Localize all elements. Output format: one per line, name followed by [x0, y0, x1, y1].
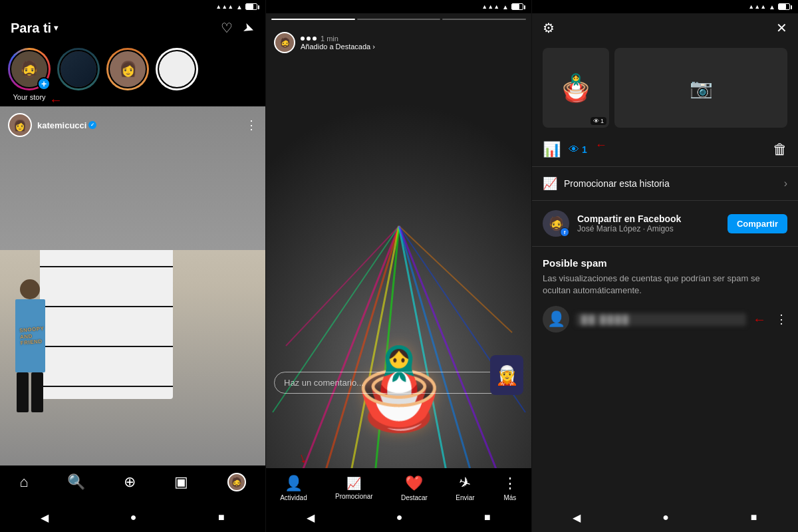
notifications-icon[interactable]: ♡ [221, 20, 233, 36]
story3-avatar-wrap: 👩 [106, 48, 149, 90]
action-activity[interactable]: 👤 Actividad [280, 475, 307, 501]
story3-ring: 👩 [106, 48, 149, 90]
nav-home[interactable]: ⌂ [19, 473, 28, 491]
panel-feed: ▲▲▲ ▲ Para ti ▾ ♡ ➤ 🧔 + [0, 0, 266, 532]
thumbnail-view-count: 👁 1 [591, 117, 606, 125]
action-highlight[interactable]: ❤️ Destacar [401, 475, 428, 501]
story3-avatar: 👩 [108, 50, 147, 88]
story-thumbnail-area: 🪆 👁 1 📷 [532, 43, 798, 133]
story-item-yours[interactable]: 🧔 + Your story ← [8, 48, 51, 101]
spam-user-avatar: 👤 [543, 306, 569, 332]
share-facebook-row: 🧔 f Compartir en Facebook José María Lóp… [532, 201, 798, 247]
story-item-4[interactable] [156, 48, 198, 93]
story-mini-character: 🧝 [490, 355, 523, 395]
story-time: 1 min [321, 35, 338, 43]
nav-search[interactable]: 🔍 [67, 473, 85, 491]
details-spacer [532, 343, 798, 505]
verified-badge: ✓ [88, 121, 96, 129]
story2-avatar-wrap [57, 48, 100, 90]
promote-text: Promocionar esta historia [564, 178, 670, 189]
header-icons: ♡ ➤ [221, 20, 255, 36]
share-fb-info: Compartir en Facebook José María López ·… [577, 213, 720, 233]
battery-icon-3 [778, 3, 790, 10]
android-recent-2[interactable]: ■ [484, 511, 491, 523]
progress-bar-3 [442, 19, 526, 20]
post-image-bg: SNOOPYANDFRIEND [0, 106, 265, 466]
nav-reels[interactable]: ▣ [174, 473, 188, 491]
story3-face: 👩 [110, 51, 146, 87]
activity-icon: 👤 [285, 475, 303, 492]
nav-add[interactable]: ⊕ [124, 473, 136, 491]
stats-row: 📊 👁 1 ← 🗑 [532, 133, 798, 166]
comment-input[interactable]: Haz un comentario... [274, 372, 523, 394]
story2-avatar [59, 50, 98, 88]
android-back-2[interactable]: ◀ [307, 511, 315, 524]
red-arrow-1: ← [49, 92, 63, 106]
spam-username-area: ██ ████ [576, 313, 746, 326]
gear-settings-icon[interactable]: ⚙ [543, 20, 555, 36]
promote-chevron: › [784, 178, 787, 190]
spam-more-dots[interactable]: ⋮ [775, 312, 787, 327]
action-send[interactable]: ✈ Enviar [456, 475, 474, 501]
post-user-avatar: 👩 [8, 113, 32, 137]
signal-icon-2: ▲▲▲ [481, 3, 499, 10]
promote-left-group: 📈 Promocionar esta historia [543, 176, 670, 191]
story-thumbnail[interactable]: 🪆 👁 1 [543, 48, 609, 128]
battery-icon-2 [511, 3, 523, 10]
action-promote[interactable]: 📈 Promocionar [335, 476, 373, 500]
bottom-nav-1: ⌂ 🔍 ⊕ ▣ 🧔 [0, 466, 265, 505]
view-count-number: 1 [582, 144, 587, 155]
story2-face [61, 51, 96, 87]
android-home-3[interactable]: ● [662, 511, 669, 523]
status-bar-1: ▲▲▲ ▲ [0, 0, 265, 13]
story-user-avatar: 🧔 [274, 32, 295, 53]
story4-avatar [158, 50, 196, 88]
nav-profile[interactable]: 🧔 [227, 473, 246, 491]
post-area: SNOOPYANDFRIEND 👩 katemicucci ✓ ⋮ [0, 106, 265, 466]
story-content[interactable]: 🪆 🧔 1 min Aña [266, 13, 531, 468]
highlight-icon: ❤️ [405, 475, 423, 492]
camera-icon: 📷 [690, 77, 713, 99]
dresser [40, 226, 173, 399]
red-arrow-3: ← [595, 138, 607, 152]
messages-icon[interactable]: ➤ [241, 19, 257, 37]
spam-user-row: 👤 ██ ████ ← ⋮ [543, 306, 787, 332]
eye-small-icon: 👁 [593, 118, 599, 124]
promote-row[interactable]: 📈 Promocionar esta historia › [532, 166, 798, 201]
story4-face [159, 51, 195, 87]
red-arrow-4: ← [753, 312, 766, 327]
facebook-avatar: 🧔 f [543, 210, 569, 237]
android-home-1[interactable]: ● [130, 511, 137, 523]
story-item-3[interactable]: 👩 [106, 48, 149, 93]
story-top-bar: 🧔 1 min Añadido a Destacada › [266, 27, 531, 59]
android-back-3[interactable]: ◀ [573, 511, 581, 524]
android-home-2[interactable]: ● [396, 511, 403, 523]
wifi-icon-3: ▲ [769, 3, 775, 11]
share-fb-title: Compartir en Facebook [577, 213, 720, 224]
story4-avatar-wrap [156, 48, 198, 90]
feed-title-text: Para ti [11, 21, 51, 36]
add-story-button[interactable]: + [37, 77, 51, 90]
story-added-label[interactable]: Añadido a Destacada › [301, 43, 523, 51]
facebook-badge: f [560, 227, 569, 237]
add-to-story-camera[interactable]: 📷 [614, 48, 787, 128]
android-nav-1: ◀ ● ■ [0, 505, 265, 532]
feed-title[interactable]: Para ti ▾ [11, 21, 58, 36]
action-more[interactable]: ⋮ Más [503, 475, 517, 501]
trending-icon: 📈 [543, 176, 557, 191]
story4-ring [156, 48, 198, 90]
android-recent-1[interactable]: ■ [218, 511, 225, 523]
chart-icon[interactable]: 📊 [543, 141, 561, 158]
share-to-facebook-button[interactable]: Compartir [728, 214, 787, 233]
post-header: 👩 katemicucci ✓ ⋮ [0, 106, 265, 144]
close-details-icon[interactable]: ✕ [776, 20, 787, 36]
post-more-icon[interactable]: ⋮ [245, 118, 257, 132]
username-dots [301, 37, 317, 41]
highlight-label: Destacar [401, 494, 428, 501]
story-username-row: 1 min [301, 35, 523, 43]
story-item-2[interactable] [57, 48, 100, 93]
delete-story-icon[interactable]: 🗑 [773, 141, 787, 158]
android-back-1[interactable]: ◀ [41, 511, 49, 524]
android-recent-3[interactable]: ■ [751, 511, 757, 523]
post-username[interactable]: katemicucci ✓ [37, 120, 245, 130]
